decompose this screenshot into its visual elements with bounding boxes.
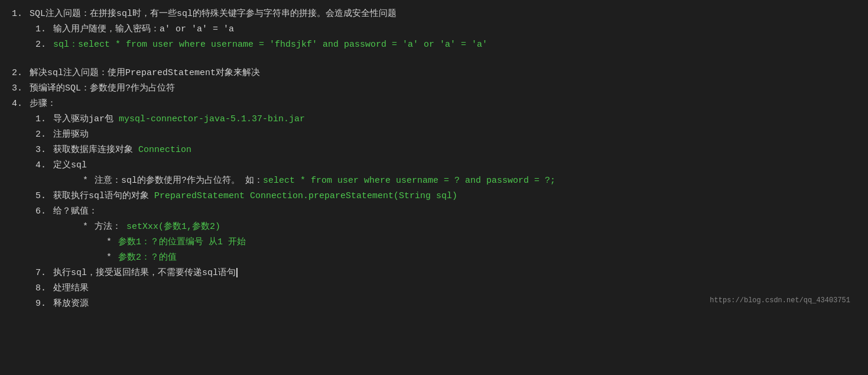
list-num: 2.: [35, 38, 53, 52]
list-num: 1.: [35, 22, 53, 37]
list-item: 2. 注册驱动: [35, 128, 856, 142]
list-item: 2. sql：select * from user where username…: [35, 38, 856, 52]
list-num: 3.: [12, 82, 30, 96]
list-item: 5. 获取执行sql语句的对象 PreparedStatement Connec…: [35, 189, 856, 203]
list-item: 6. 给？赋值：: [35, 205, 856, 219]
list-num: 9.: [35, 297, 53, 311]
list-num: 4.: [12, 97, 30, 111]
line-text: 预编译的SQL：参数使用?作为占位符: [30, 82, 175, 96]
list-num: 3.: [35, 143, 53, 157]
list-item: 1. 导入驱动jar包 mysql-connector-java-5.1.37-…: [35, 112, 856, 127]
line-text: 步骤：: [30, 97, 56, 111]
line-text: 参数2：？的值: [118, 251, 177, 265]
list-item-note: * 方法： setXxx(参数1,参数2): [83, 220, 856, 234]
bullet: *: [83, 174, 95, 188]
list-item-param: * 参数1：？的位置编号 从1 开始: [106, 235, 856, 250]
line-text: 执行sql，接受返回结果，不需要传递sql语句: [53, 266, 238, 280]
line-text: 参数1：？的位置编号 从1 开始: [118, 235, 246, 250]
link-text: https://blog.csdn.net/qq_43403751: [710, 296, 850, 305]
line-text: 获取数据库连接对象 Connection: [53, 143, 191, 157]
line-text: 获取执行sql语句的对象 PreparedStatement Connectio…: [53, 189, 457, 203]
footer-link: https://blog.csdn.net/qq_43403751: [710, 295, 850, 306]
list-item: 7. 执行sql，接受返回结果，不需要传递sql语句: [35, 266, 856, 280]
list-num: 2.: [12, 66, 30, 80]
list-item: 1. SQL注入问题：在拼接sql时，有一些sql的特殊关键字参与字符串的拼接。…: [12, 7, 856, 21]
line-text: 释放资源: [53, 297, 89, 311]
list-item-note: * 注意：sql的参数使用?作为占位符。 如：select * from use…: [83, 174, 856, 188]
text-cursor: [236, 268, 238, 277]
list-num: 1.: [12, 7, 30, 21]
list-num: 8.: [35, 282, 53, 296]
list-num: 5.: [35, 189, 53, 203]
line-text: 导入驱动jar包 mysql-connector-java-5.1.37-bin…: [53, 112, 305, 127]
list-num: 1.: [35, 112, 53, 127]
line-text: 注意：sql的参数使用?作为占位符。 如：select * from user …: [95, 174, 555, 188]
bullet: *: [106, 235, 118, 250]
list-item: 1. 输入用户随便，输入密码：a' or 'a' = 'a: [35, 22, 856, 37]
list-item: 3. 预编译的SQL：参数使用?作为占位符: [12, 82, 856, 96]
line-text: sql：select * from user where username = …: [53, 38, 487, 52]
empty-line: [12, 53, 856, 66]
list-item: 4. 步骤：: [12, 97, 856, 111]
list-num: 2.: [35, 128, 53, 142]
line-text: 处理结果: [53, 282, 89, 296]
line-text: 注册驱动: [53, 128, 89, 142]
bullet: *: [83, 220, 95, 234]
list-item: 4. 定义sql: [35, 159, 856, 173]
line-text: 输入用户随便，输入密码：a' or 'a' = 'a: [53, 22, 234, 37]
list-num: 6.: [35, 205, 53, 219]
list-item: 2. 解决sql注入问题：使用PreparedStatement对象来解决: [12, 66, 856, 80]
list-num: 7.: [35, 266, 53, 280]
line-text: 定义sql: [53, 159, 87, 173]
bullet: *: [106, 251, 118, 265]
list-item: 8. 处理结果: [35, 282, 856, 296]
line-text: 方法： setXxx(参数1,参数2): [95, 220, 220, 234]
list-item-param: * 参数2：？的值: [106, 251, 856, 265]
list-num: 4.: [35, 159, 53, 173]
line-text: 给？赋值：: [53, 205, 97, 219]
content-area: 1. SQL注入问题：在拼接sql时，有一些sql的特殊关键字参与字符串的拼接。…: [12, 7, 856, 311]
line-text: SQL注入问题：在拼接sql时，有一些sql的特殊关键字参与字符串的拼接。会造成…: [30, 7, 396, 21]
list-item: 3. 获取数据库连接对象 Connection: [35, 143, 856, 157]
line-text: 解决sql注入问题：使用PreparedStatement对象来解决: [30, 66, 260, 80]
